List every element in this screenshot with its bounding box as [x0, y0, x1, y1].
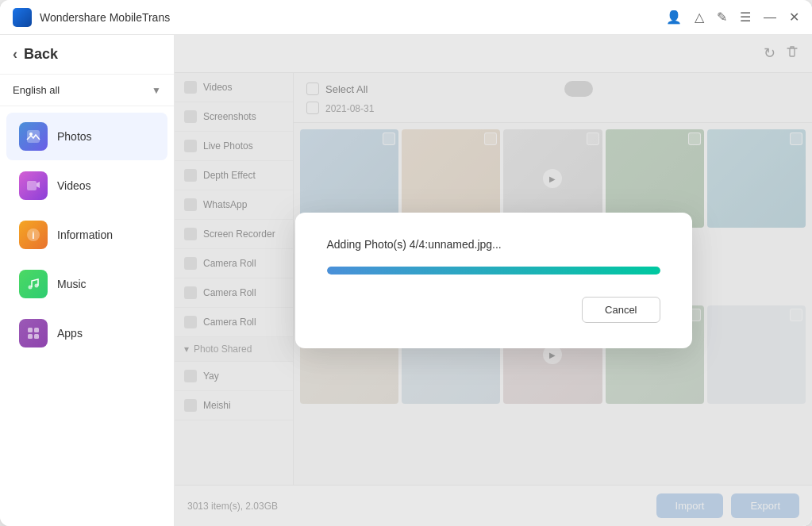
title-bar-left: Wondershare MobileTrans [13, 8, 170, 27]
cancel-button[interactable]: Cancel [582, 297, 660, 323]
svg-rect-2 [27, 181, 37, 190]
svg-rect-7 [28, 328, 33, 332]
dropdown-arrow-icon: ▼ [152, 85, 161, 96]
sidebar-item-information[interactable]: i Information [6, 211, 167, 259]
sidebar-item-videos[interactable]: Videos [6, 162, 167, 209]
back-button[interactable]: ‹ Back [0, 35, 174, 75]
svg-point-6 [35, 284, 39, 288]
bookmark-icon[interactable]: △ [695, 10, 704, 25]
right-panel: ↻ Videos [175, 35, 812, 526]
svg-point-5 [29, 286, 33, 290]
progress-bar-background [327, 267, 660, 275]
svg-rect-8 [34, 328, 39, 332]
sidebar: ‹ Back English all ▼ Photos [0, 35, 175, 526]
back-arrow-icon: ‹ [13, 46, 17, 63]
music-icon [19, 270, 48, 298]
app-title: Wondershare MobileTrans [40, 11, 170, 24]
minimize-icon[interactable]: — [764, 10, 776, 25]
progress-modal: Adding Photo(s) 4/4:unnamed.jpg... Cance… [295, 213, 692, 348]
app-window: Wondershare MobileTrans 👤 △ ✎ ☰ — ✕ ‹ Ba… [0, 0, 812, 526]
close-icon[interactable]: ✕ [789, 10, 799, 25]
app-icon [13, 8, 32, 27]
profile-icon[interactable]: 👤 [666, 10, 682, 25]
modal-overlay: Adding Photo(s) 4/4:unnamed.jpg... Cance… [175, 35, 812, 526]
edit-icon[interactable]: ✎ [717, 10, 727, 25]
modal-message: Adding Photo(s) 4/4:unnamed.jpg... [327, 238, 660, 251]
apps-label: Apps [57, 327, 83, 340]
videos-icon [19, 171, 48, 200]
svg-rect-10 [34, 334, 39, 339]
title-bar: Wondershare MobileTrans 👤 △ ✎ ☰ — ✕ [0, 0, 812, 35]
sidebar-item-apps[interactable]: Apps [6, 309, 167, 357]
photos-icon [19, 122, 48, 151]
svg-text:i: i [32, 230, 34, 241]
sidebar-item-music[interactable]: Music [6, 260, 167, 308]
music-label: Music [57, 278, 87, 290]
information-icon: i [19, 221, 48, 249]
language-dropdown[interactable]: English all ▼ [0, 75, 174, 106]
menu-icon[interactable]: ☰ [740, 10, 751, 25]
main-content: ‹ Back English all ▼ Photos [0, 35, 812, 526]
dropdown-label: English all [13, 84, 60, 96]
back-label: Back [24, 46, 58, 63]
modal-actions: Cancel [327, 297, 660, 323]
title-bar-controls: 👤 △ ✎ ☰ — ✕ [666, 10, 799, 25]
photos-label: Photos [57, 130, 92, 143]
nav-items: Photos Videos i [0, 106, 174, 363]
videos-label: Videos [57, 179, 91, 192]
sidebar-item-photos[interactable]: Photos [6, 113, 167, 160]
apps-icon [19, 319, 48, 347]
progress-bar-fill [327, 267, 660, 275]
svg-rect-9 [28, 334, 33, 339]
information-label: Information [57, 228, 113, 241]
